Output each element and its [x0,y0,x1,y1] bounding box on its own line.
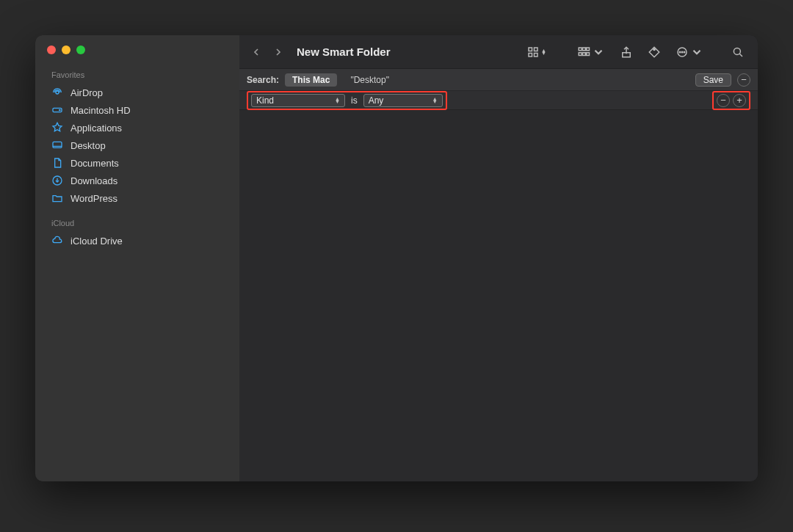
downloads-icon [51,175,63,186]
criteria-row: Kind ▲▼ is Any ▲▼ − + [239,91,758,110]
sidebar: Favorites AirDrop Macintosh HD Applicati… [35,35,239,481]
svg-point-18 [679,51,681,53]
desktop-icon [51,139,63,151]
dropdown-value: Kind [256,95,330,106]
back-button[interactable] [248,44,264,60]
sidebar-item-airdrop[interactable]: AirDrop [47,84,228,101]
zoom-window-button[interactable] [76,45,85,54]
tags-button[interactable] [643,43,665,62]
finder-window: Favorites AirDrop Macintosh HD Applicati… [35,35,758,481]
scope-this-mac[interactable]: This Mac [285,73,337,87]
sidebar-item-label: iCloud Drive [70,236,123,247]
disk-icon [51,104,63,116]
criteria-highlight-right: − + [712,91,750,110]
updown-icon: ▲▼ [335,98,340,103]
sidebar-item-macintosh-hd[interactable]: Macintosh HD [47,101,228,119]
sidebar-item-label: Desktop [70,140,106,151]
search-scope-bar: Search: This Mac "Desktop" Save − [239,69,758,91]
svg-rect-12 [579,52,582,55]
search-button[interactable] [727,43,749,62]
sidebar-item-desktop[interactable]: Desktop [47,136,228,154]
window-title: New Smart Folder [297,45,391,58]
toolbar: New Smart Folder ▲▼ [239,35,758,69]
svg-rect-10 [583,48,586,51]
svg-point-20 [684,51,685,53]
svg-rect-6 [535,48,538,51]
sidebar-favorites-group: Favorites AirDrop Macintosh HD Applicati… [47,69,228,207]
favorites-section-label: Favorites [51,70,228,79]
remove-search-button[interactable]: − [737,73,750,87]
sidebar-item-label: Applications [70,123,122,134]
sidebar-icloud-group: iCloud iCloud Drive [47,217,228,249]
search-label: Search: [247,75,279,85]
svg-rect-7 [529,53,532,57]
icloud-section-label: iCloud [51,219,228,227]
window-controls [47,45,228,54]
criteria-attribute-dropdown[interactable]: Kind ▲▼ [251,94,345,107]
svg-rect-14 [587,52,590,55]
svg-point-16 [653,48,655,50]
svg-rect-8 [535,53,538,57]
sidebar-item-label: Documents [70,158,119,169]
add-criteria-button[interactable]: + [733,94,746,107]
sidebar-item-downloads[interactable]: Downloads [47,172,228,189]
svg-rect-13 [583,52,586,55]
view-icons-button[interactable]: ▲▼ [522,43,551,62]
results-area [239,110,758,481]
main-area: New Smart Folder ▲▼ [239,35,758,481]
sidebar-item-wordpress[interactable]: WordPress [47,189,228,207]
sidebar-item-label: AirDrop [70,87,103,98]
action-menu-button[interactable] [671,43,708,62]
folder-icon [51,192,63,204]
svg-rect-5 [529,48,532,51]
svg-point-21 [734,48,740,54]
forward-button[interactable] [270,44,286,60]
criteria-value-dropdown[interactable]: Any ▲▼ [363,94,443,107]
airdrop-icon [51,87,63,98]
svg-point-0 [56,91,59,94]
sidebar-item-label: WordPress [70,193,117,204]
applications-icon [51,122,63,134]
dropdown-value: Any [369,95,428,106]
sidebar-item-label: Downloads [70,175,117,186]
sidebar-item-applications[interactable]: Applications [47,119,228,136]
scope-desktop[interactable]: "Desktop" [343,73,396,87]
svg-point-2 [59,109,60,110]
close-window-button[interactable] [47,45,56,54]
updown-icon: ▲▼ [541,49,546,55]
sidebar-item-label: Macintosh HD [70,105,131,116]
updown-icon: ▲▼ [432,98,438,103]
svg-rect-11 [587,48,590,51]
criteria-highlight-left: Kind ▲▼ is Any ▲▼ [247,91,447,110]
minimize-window-button[interactable] [62,45,70,54]
criteria-operator: is [351,95,358,106]
sidebar-item-icloud-drive[interactable]: iCloud Drive [47,232,228,249]
cloud-icon [51,235,63,247]
remove-criteria-button[interactable]: − [717,94,730,107]
documents-icon [51,157,63,169]
save-button[interactable]: Save [695,73,731,87]
share-button[interactable] [615,43,637,62]
svg-point-19 [681,51,683,53]
svg-rect-9 [579,48,582,51]
svg-rect-3 [53,142,62,147]
sidebar-item-documents[interactable]: Documents [47,154,228,172]
group-by-button[interactable] [573,43,609,62]
